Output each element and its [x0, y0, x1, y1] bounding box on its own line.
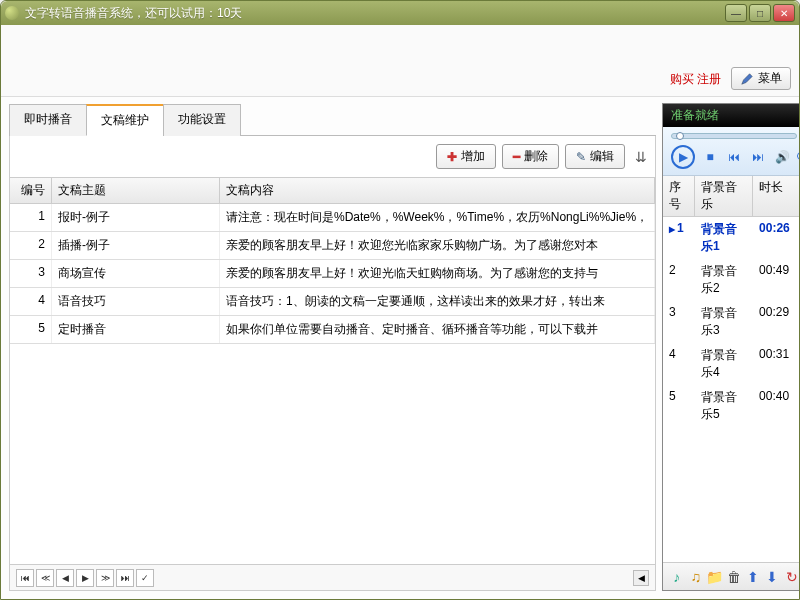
- menu-button[interactable]: 菜单: [731, 67, 791, 90]
- stop-button[interactable]: ■: [701, 148, 719, 166]
- cell-topic: 报时-例子: [52, 204, 220, 231]
- pl-name: 背景音乐3: [695, 303, 753, 341]
- prev-track-button[interactable]: ⏮: [725, 148, 743, 166]
- col-topic-header[interactable]: 文稿主题: [52, 178, 220, 203]
- player-controls: ▶ ■ ⏮ ⏭ 🔊: [671, 145, 797, 169]
- import-button[interactable]: 📁: [706, 568, 724, 586]
- add-label: 增加: [461, 148, 485, 165]
- document-grid: 编号 文稿主题 文稿内容 1报时-例子请注意：现在时间是%Date%，%Week…: [9, 178, 656, 591]
- tab-0[interactable]: 即时播音: [9, 104, 87, 136]
- seek-thumb[interactable]: [676, 132, 684, 140]
- move-up-button[interactable]: ⬆: [744, 568, 762, 586]
- cell-num: 3: [10, 260, 52, 287]
- move-down-button[interactable]: ⬇: [763, 568, 781, 586]
- cell-content: 语音技巧：1、朗读的文稿一定要通顺，这样读出来的效果才好，转出来: [220, 288, 655, 315]
- col-content-header[interactable]: 文稿内容: [220, 178, 655, 203]
- window-title: 文字转语音播音系统，还可以试用：10天: [25, 5, 725, 22]
- player-status: 准备就绪: [663, 104, 799, 127]
- nav-bookmark-button[interactable]: ✓: [136, 569, 154, 587]
- content-row: 即时播音文稿维护功能设置 ✚增加 ━删除 ✎编辑 ⇊ 编号 文稿主题 文稿内容 …: [1, 97, 799, 599]
- edit-button[interactable]: ✎编辑: [565, 144, 625, 169]
- plus-icon: ✚: [447, 150, 457, 164]
- table-row[interactable]: 3商场宣传亲爱的顾客朋友早上好！欢迎光临天虹购物商场。为了感谢您的支持与: [10, 260, 655, 288]
- volume-thumb[interactable]: [797, 152, 799, 160]
- scroll-left-button[interactable]: ◀: [633, 570, 649, 586]
- pl-dur: 00:26: [753, 219, 799, 257]
- titlebar: 文字转语音播音系统，还可以试用：10天 ― □ ✕: [1, 1, 799, 25]
- playlist-item[interactable]: 1背景音乐100:26: [663, 217, 799, 259]
- table-row[interactable]: 2插播-例子亲爱的顾客朋友早上好！欢迎您光临家家乐购物广场。为了感谢您对本: [10, 232, 655, 260]
- cell-num: 4: [10, 288, 52, 315]
- pl-num: 5: [663, 387, 695, 425]
- cell-topic: 插播-例子: [52, 232, 220, 259]
- left-pane: 即时播音文稿维护功能设置 ✚增加 ━删除 ✎编辑 ⇊ 编号 文稿主题 文稿内容 …: [9, 103, 656, 591]
- pl-col-dur[interactable]: 时长: [753, 176, 799, 216]
- maximize-button[interactable]: □: [749, 4, 771, 22]
- playlist-item[interactable]: 4背景音乐400:31: [663, 343, 799, 385]
- nav-next-button[interactable]: ▶: [76, 569, 94, 587]
- cell-content: 亲爱的顾客朋友早上好！欢迎光临天虹购物商场。为了感谢您的支持与: [220, 260, 655, 287]
- cell-content: 亲爱的顾客朋友早上好！欢迎您光临家家乐购物广场。为了感谢您对本: [220, 232, 655, 259]
- grid-header: 编号 文稿主题 文稿内容: [10, 178, 655, 204]
- pl-dur: 00:49: [753, 261, 799, 299]
- nav-first-button[interactable]: ⏮: [16, 569, 34, 587]
- add-music-button[interactable]: ♪: [668, 568, 686, 586]
- app-window: 文字转语音播音系统，还可以试用：10天 ― □ ✕ 购买 注册 菜单 即时播音文…: [0, 0, 800, 600]
- playlist-item[interactable]: 3背景音乐300:29: [663, 301, 799, 343]
- cell-content: 请注意：现在时间是%Date%，%Week%，%Time%，农历%NongLi%…: [220, 204, 655, 231]
- remove-button[interactable]: 🗑: [725, 568, 743, 586]
- nav-last-button[interactable]: ⏭: [116, 569, 134, 587]
- tab-2[interactable]: 功能设置: [163, 104, 241, 136]
- col-num-header[interactable]: 编号: [10, 178, 52, 203]
- play-button[interactable]: ▶: [671, 145, 695, 169]
- playlist: 1背景音乐100:262背景音乐200:493背景音乐300:294背景音乐40…: [663, 217, 799, 562]
- pl-col-name[interactable]: 背景音乐: [695, 176, 753, 216]
- grid-body: 1报时-例子请注意：现在时间是%Date%，%Week%，%Time%，农历%N…: [10, 204, 655, 564]
- pl-dur: 00:29: [753, 303, 799, 341]
- toolbar: ✚增加 ━删除 ✎编辑 ⇊: [9, 136, 656, 178]
- pl-num: 1: [663, 219, 695, 257]
- playlist-toolbar: ♪ ♫ 📁 🗑 ⬆ ⬇ ↻: [663, 562, 799, 590]
- buy-register-link[interactable]: 购买 注册: [670, 71, 721, 92]
- close-button[interactable]: ✕: [773, 4, 795, 22]
- menu-label: 菜单: [758, 70, 782, 87]
- playlist-item[interactable]: 5背景音乐500:40: [663, 385, 799, 427]
- pl-name: 背景音乐4: [695, 345, 753, 383]
- pl-num: 3: [663, 303, 695, 341]
- edit-label: 编辑: [590, 148, 614, 165]
- minimize-button[interactable]: ―: [725, 4, 747, 22]
- cell-topic: 商场宣传: [52, 260, 220, 287]
- pl-name: 背景音乐1: [695, 219, 753, 257]
- nav-prev-button[interactable]: ◀: [56, 569, 74, 587]
- seek-slider[interactable]: [671, 133, 797, 139]
- pen-icon: [740, 72, 754, 86]
- refresh-button[interactable]: ↻: [783, 568, 800, 586]
- pl-name: 背景音乐2: [695, 261, 753, 299]
- table-row[interactable]: 1报时-例子请注意：现在时间是%Date%，%Week%，%Time%，农历%N…: [10, 204, 655, 232]
- cell-num: 5: [10, 316, 52, 343]
- table-row[interactable]: 4语音技巧语音技巧：1、朗读的文稿一定要通顺，这样读出来的效果才好，转出来: [10, 288, 655, 316]
- cell-topic: 定时播音: [52, 316, 220, 343]
- pl-name: 背景音乐5: [695, 387, 753, 425]
- playlist-header: 序号 背景音乐 时长: [663, 176, 799, 217]
- app-icon: [5, 6, 19, 20]
- delete-label: 删除: [524, 148, 548, 165]
- next-track-button[interactable]: ⏭: [749, 148, 767, 166]
- tab-1[interactable]: 文稿维护: [86, 104, 164, 136]
- pl-dur: 00:40: [753, 387, 799, 425]
- playlist-item[interactable]: 2背景音乐200:49: [663, 259, 799, 301]
- right-pane: 准备就绪 ▶ ■ ⏮ ⏭ 🔊 序号 背景音乐 时长 1背景音乐100:262背景…: [662, 103, 799, 591]
- add-button[interactable]: ✚增加: [436, 144, 496, 169]
- cell-content: 如果你们单位需要自动播音、定时播音、循环播音等功能，可以下载并: [220, 316, 655, 343]
- add-folder-button[interactable]: ♫: [687, 568, 705, 586]
- nav-nextpage-button[interactable]: ≫: [96, 569, 114, 587]
- nav-prevpage-button[interactable]: ≪: [36, 569, 54, 587]
- pl-col-num[interactable]: 序号: [663, 176, 695, 216]
- cell-num: 1: [10, 204, 52, 231]
- volume-icon[interactable]: 🔊: [773, 148, 791, 166]
- cell-num: 2: [10, 232, 52, 259]
- header-bar: 购买 注册 菜单: [1, 25, 799, 97]
- delete-button[interactable]: ━删除: [502, 144, 559, 169]
- expand-icon[interactable]: ⇊: [635, 149, 647, 165]
- table-row[interactable]: 5定时播音如果你们单位需要自动播音、定时播音、循环播音等功能，可以下载并: [10, 316, 655, 344]
